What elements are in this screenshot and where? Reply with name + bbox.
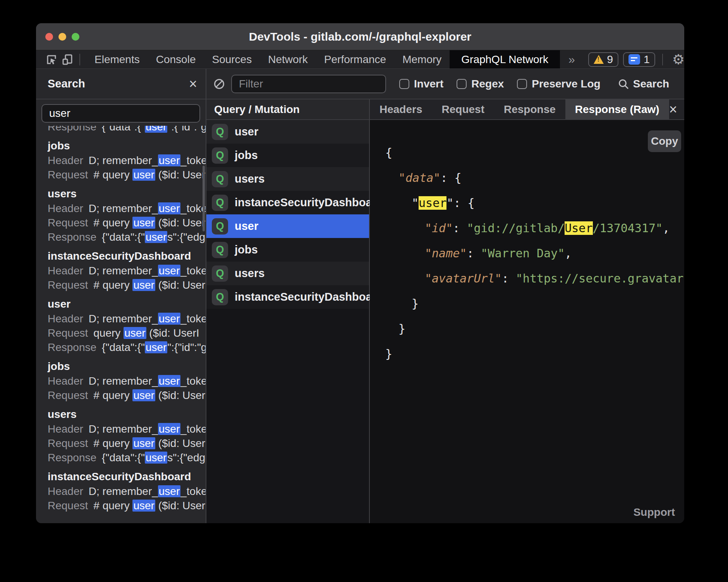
text-run: _token=e bbox=[180, 202, 206, 214]
search-result-group-jobs: jobsHeaderD; remember_user_token=eReques… bbox=[48, 139, 206, 182]
toolbar-search-button[interactable]: Search bbox=[618, 78, 669, 90]
clear-log-icon[interactable] bbox=[213, 78, 225, 90]
result-group-title[interactable]: jobs bbox=[48, 359, 206, 374]
search-result-group-users: usersHeaderD; remember_user_token=eReque… bbox=[48, 407, 206, 465]
checkbox-box[interactable] bbox=[399, 79, 409, 89]
text-run: ($id: UserI bbox=[155, 389, 206, 401]
search-result-line[interactable]: Response{"data":{"user":{"id":"gid bbox=[48, 126, 206, 134]
devtools-tab-bar: ElementsConsoleSourcesNetworkPerformance… bbox=[36, 50, 684, 69]
json-line: "user": { bbox=[385, 190, 684, 216]
search-input[interactable] bbox=[41, 104, 200, 123]
search-result-line[interactable]: Request# query user ($id: UserI bbox=[48, 388, 206, 402]
json-token: : bbox=[467, 246, 481, 260]
json-token: /13704317" bbox=[593, 221, 663, 235]
search-result-line[interactable]: Request# query user ($id: UserI bbox=[48, 168, 206, 182]
search-result-line[interactable]: HeaderD; remember_user_token=e bbox=[48, 374, 206, 388]
search-match-highlight: user bbox=[158, 423, 180, 435]
search-result-line[interactable]: Response{"data":{"user":{"id":"gid bbox=[48, 340, 206, 354]
result-line-label: Response bbox=[48, 126, 96, 133]
device-toolbar-icon[interactable] bbox=[62, 54, 73, 65]
query-item-jobs[interactable]: Qjobs bbox=[206, 144, 369, 167]
search-result-line[interactable]: Request# query user ($id: UserI bbox=[48, 498, 206, 513]
json-token: } bbox=[412, 297, 419, 310]
query-item-instancesecuritydashboard[interactable]: QinstanceSecurityDashboard bbox=[206, 285, 369, 309]
filter-input[interactable] bbox=[231, 75, 386, 93]
checkbox-regex[interactable]: Regex bbox=[457, 78, 504, 90]
checkbox-invert[interactable]: Invert bbox=[399, 78, 443, 90]
toolbar-divider bbox=[79, 54, 80, 65]
json-token: : bbox=[502, 272, 516, 285]
search-scrollbar-thumb[interactable] bbox=[203, 166, 205, 231]
json-code: {"data": {"user": {"id": "gid://gitlab/U… bbox=[385, 140, 684, 366]
result-line-value: D; remember_user_token=e bbox=[89, 154, 206, 166]
result-line-value: # query user ($id: UserI bbox=[93, 500, 206, 512]
detail-close-icon[interactable]: × bbox=[669, 99, 677, 119]
json-token: , bbox=[565, 246, 572, 260]
result-line-value: {"data":{"user":{"id":"gid bbox=[102, 341, 206, 353]
search-result-line[interactable]: HeaderD; remember_user_token=e bbox=[48, 264, 206, 278]
text-run: _token=e bbox=[180, 423, 206, 435]
query-item-users[interactable]: Qusers bbox=[206, 167, 369, 191]
json-line: "name": "Warren Day", bbox=[385, 241, 684, 266]
warnings-badge[interactable]: 9 bbox=[588, 52, 619, 67]
tab-console[interactable]: Console bbox=[148, 50, 204, 68]
result-group-title[interactable]: users bbox=[48, 187, 206, 201]
inspect-element-icon[interactable] bbox=[46, 54, 57, 65]
copy-button[interactable]: Copy bbox=[648, 130, 681, 152]
tab-network[interactable]: Network bbox=[260, 50, 316, 68]
result-group-title[interactable]: instanceSecurityDashboard bbox=[48, 249, 206, 264]
result-line-value: # query user ($id: UserI bbox=[93, 217, 206, 229]
json-line: } bbox=[385, 341, 684, 366]
detail-tab-response[interactable]: Response bbox=[494, 99, 565, 119]
more-tabs-button[interactable]: » bbox=[560, 50, 584, 68]
search-result-line[interactable]: HeaderD; remember_user_token=e bbox=[48, 422, 206, 436]
checkbox-label: Invert bbox=[414, 78, 443, 90]
support-link[interactable]: Support bbox=[634, 506, 675, 519]
search-result-group-user: userHeaderD; remember_user_token=eReques… bbox=[48, 297, 206, 354]
search-match-highlight: user bbox=[145, 126, 167, 133]
search-result-line[interactable]: HeaderD; remember_user_token=e bbox=[48, 312, 206, 326]
detail-tab-headers[interactable]: Headers bbox=[370, 99, 432, 119]
tab-elements[interactable]: Elements bbox=[86, 50, 148, 68]
result-line-value: # query user ($id: UserI bbox=[93, 169, 206, 181]
result-line-value: {"data":{"user":{"id":"gid bbox=[102, 126, 206, 133]
settings-gear-icon[interactable]: ⚙ bbox=[672, 51, 684, 67]
search-result-line[interactable]: Response{"data":{"users":{"edges bbox=[48, 230, 206, 244]
text-run: _token=e bbox=[180, 265, 206, 277]
search-result-line[interactable]: HeaderD; remember_user_token=e bbox=[48, 201, 206, 216]
search-panel-close-icon[interactable]: × bbox=[189, 77, 197, 91]
checkbox-preserve-log[interactable]: Preserve Log bbox=[517, 78, 600, 90]
search-result-line[interactable]: Request# query user ($id: UserI bbox=[48, 278, 206, 292]
tab-memory[interactable]: Memory bbox=[394, 50, 450, 68]
tab-graphql-network[interactable]: GraphQL Network bbox=[450, 50, 560, 68]
search-result-line[interactable]: Response{"data":{"users":{"edges bbox=[48, 450, 206, 465]
json-token: " bbox=[446, 196, 453, 210]
result-group-title[interactable]: jobs bbox=[48, 139, 206, 153]
search-result-line[interactable]: Requestquery user ($id: UserI bbox=[48, 326, 206, 340]
query-item-users[interactable]: Qusers bbox=[206, 262, 369, 285]
search-result-line[interactable]: HeaderD; remember_user_token=e bbox=[48, 484, 206, 498]
result-line-label: Request bbox=[48, 437, 88, 449]
checkbox-box[interactable] bbox=[457, 79, 467, 89]
query-item-label: users bbox=[235, 267, 264, 280]
search-results-list: Response{"data":{"user":{"id":"gidjobsHe… bbox=[36, 126, 206, 523]
search-match-highlight: user bbox=[158, 154, 180, 166]
search-result-line[interactable]: Request# query user ($id: UserI bbox=[48, 436, 206, 450]
search-match-highlight: user bbox=[158, 265, 180, 277]
tab-performance[interactable]: Performance bbox=[316, 50, 394, 68]
search-result-line[interactable]: HeaderD; remember_user_token=e bbox=[48, 153, 206, 168]
detail-tab-response-raw[interactable]: Response (Raw) bbox=[565, 99, 669, 119]
query-item-jobs[interactable]: Qjobs bbox=[206, 238, 369, 262]
result-group-title[interactable]: users bbox=[48, 407, 206, 422]
query-item-label: user bbox=[235, 220, 258, 233]
query-item-user[interactable]: Quser bbox=[206, 120, 369, 144]
result-group-title[interactable]: user bbox=[48, 297, 206, 312]
tab-sources[interactable]: Sources bbox=[204, 50, 260, 68]
search-result-line[interactable]: Request# query user ($id: UserI bbox=[48, 216, 206, 230]
query-item-user[interactable]: Quser bbox=[206, 214, 369, 238]
checkbox-box[interactable] bbox=[517, 79, 527, 89]
issues-badge[interactable]: 1 bbox=[623, 52, 655, 67]
detail-tab-request[interactable]: Request bbox=[432, 99, 494, 119]
result-group-title[interactable]: instanceSecurityDashboard bbox=[48, 469, 206, 484]
query-item-instancesecuritydashboard[interactable]: QinstanceSecurityDashboard bbox=[206, 191, 369, 214]
